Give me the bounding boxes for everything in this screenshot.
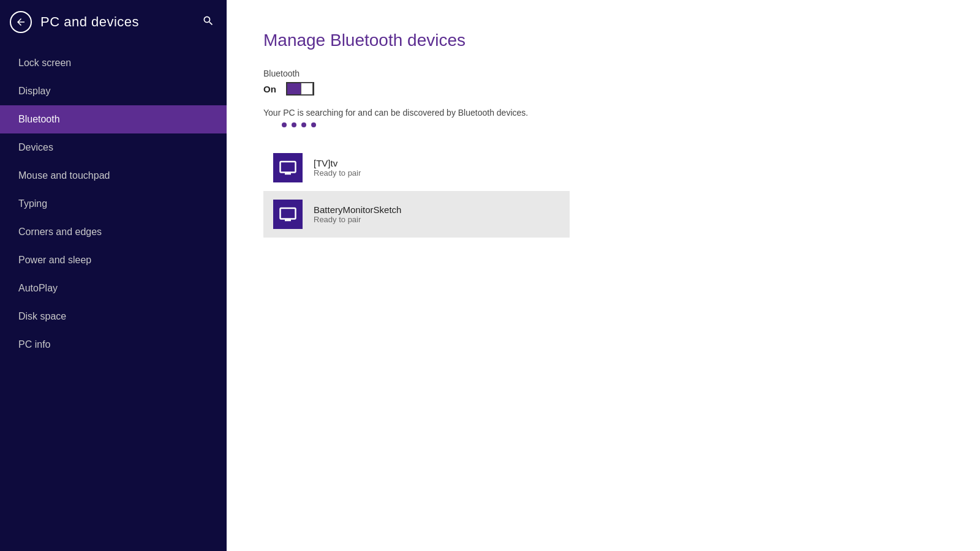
back-arrow-icon xyxy=(15,17,26,28)
main-content: Manage Bluetooth devices Bluetooth On Yo… xyxy=(227,0,980,551)
bluetooth-toggle-row: On xyxy=(263,82,943,96)
dot-1 xyxy=(282,122,287,127)
device-icon-battery xyxy=(273,200,303,229)
sidebar-item-autoplay[interactable]: AutoPlay xyxy=(0,274,227,302)
sidebar-item-devices[interactable]: Devices xyxy=(0,133,227,162)
device-item-tv[interactable]: [TV]tv Ready to pair xyxy=(263,144,570,191)
sidebar-item-typing[interactable]: Typing xyxy=(0,190,227,218)
sidebar: PC and devices Lock screen Display Bluet… xyxy=(0,0,227,551)
searching-status-text: Your PC is searching for and can be disc… xyxy=(263,108,943,118)
monitor-icon xyxy=(279,159,297,177)
dot-4 xyxy=(311,122,316,127)
dot-2 xyxy=(292,122,296,127)
bluetooth-section-label: Bluetooth xyxy=(263,69,943,78)
monitor-icon-2 xyxy=(279,205,297,223)
nav-list: Lock screen Display Bluetooth Devices Mo… xyxy=(0,49,227,551)
device-name-tv: [TV]tv xyxy=(314,158,361,168)
device-icon-tv xyxy=(273,153,303,182)
device-info-tv: [TV]tv Ready to pair xyxy=(314,158,361,178)
sidebar-item-bluetooth[interactable]: Bluetooth xyxy=(0,105,227,133)
search-icon xyxy=(202,15,214,27)
sidebar-item-corners-edges[interactable]: Corners and edges xyxy=(0,218,227,246)
device-status-tv: Ready to pair xyxy=(314,168,361,178)
sidebar-title: PC and devices xyxy=(40,14,139,30)
sidebar-item-pc-info[interactable]: PC info xyxy=(0,331,227,359)
page-title: Manage Bluetooth devices xyxy=(263,31,943,50)
searching-dots xyxy=(263,122,943,127)
sidebar-item-lock-screen[interactable]: Lock screen xyxy=(0,49,227,77)
device-list: [TV]tv Ready to pair BatteryMonitorSketc… xyxy=(263,144,570,238)
toggle-state-label: On xyxy=(263,84,276,94)
sidebar-item-display[interactable]: Display xyxy=(0,77,227,105)
dot-3 xyxy=(301,122,306,127)
device-info-battery: BatteryMonitorSketch Ready to pair xyxy=(314,204,401,224)
device-name-battery: BatteryMonitorSketch xyxy=(314,204,401,215)
device-status-battery: Ready to pair xyxy=(314,215,401,224)
bluetooth-toggle[interactable] xyxy=(286,82,314,96)
sidebar-item-power-sleep[interactable]: Power and sleep xyxy=(0,246,227,274)
sidebar-item-disk-space[interactable]: Disk space xyxy=(0,302,227,331)
sidebar-header: PC and devices xyxy=(0,0,227,44)
search-button[interactable] xyxy=(202,15,214,30)
device-item-battery[interactable]: BatteryMonitorSketch Ready to pair xyxy=(263,191,570,238)
back-button[interactable] xyxy=(10,11,32,33)
sidebar-item-mouse-touchpad[interactable]: Mouse and touchpad xyxy=(0,162,227,190)
